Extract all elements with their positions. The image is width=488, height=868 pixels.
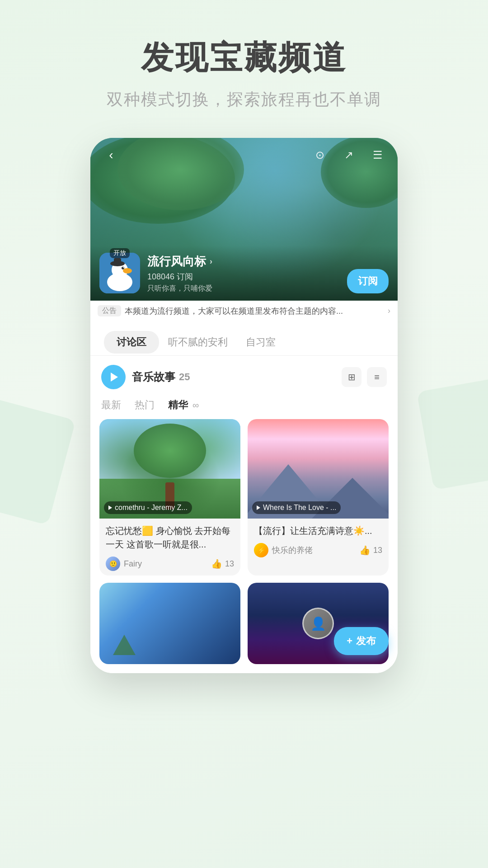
duck-icon bbox=[99, 253, 140, 293]
announcement-text: 本频道为流行频道，大家可以在频道里发布符合主题的内容... bbox=[125, 306, 384, 316]
tab-discussion[interactable]: 讨论区 bbox=[104, 331, 159, 354]
back-button[interactable]: ‹ bbox=[101, 145, 121, 165]
tree-top bbox=[134, 424, 206, 478]
post-card-2[interactable]: Where Is The Love - ... 【流行】让生活充满诗意☀️...… bbox=[248, 419, 389, 576]
section-left: 音乐故事 25 bbox=[101, 365, 190, 389]
song-label-2: Where Is The Love - ... bbox=[252, 501, 341, 514]
page-title: 发现宝藏频道 bbox=[141, 36, 347, 80]
bg-decoration-left bbox=[0, 397, 76, 525]
blue-triangle bbox=[113, 635, 136, 655]
post-likes-1: 👍 13 bbox=[211, 558, 234, 569]
play-button[interactable] bbox=[101, 365, 126, 389]
channel-text: 流行风向标 › 108046 订阅 只听你喜，只哺你爱 bbox=[147, 254, 340, 293]
post-footer-2: ⚡ 快乐的养佬 👍 13 bbox=[254, 543, 382, 557]
filter-tabs: 最新 热门 精华 ∞ bbox=[90, 395, 398, 419]
song-play-icon-1 bbox=[108, 505, 112, 510]
bookmark-icon[interactable]: ⊙ bbox=[311, 146, 329, 164]
like-icon-2: 👍 bbox=[359, 545, 371, 556]
channel-subscribers: 108046 订阅 bbox=[147, 271, 340, 282]
fab-label: 发布 bbox=[356, 634, 376, 648]
song-play-icon-2 bbox=[257, 505, 260, 510]
filter-featured[interactable]: 精华 bbox=[168, 398, 188, 412]
subscribe-button[interactable]: 订阅 bbox=[347, 269, 389, 293]
section-header: 音乐故事 25 ⊞ ≡ bbox=[90, 356, 398, 395]
announcement-bar[interactable]: 公告 本频道为流行频道，大家可以在频道里发布符合主题的内容... › bbox=[90, 301, 398, 321]
bottom-card-1[interactable] bbox=[99, 583, 240, 664]
announcement-arrow: › bbox=[388, 306, 390, 316]
author-avatar-2: ⚡ bbox=[254, 543, 268, 557]
post-card-1[interactable]: comethru - Jeremy Z... 忘记忧愁🟨 身心愉悦 去开始每一天… bbox=[99, 419, 240, 576]
content-area: 讨论区 听不腻的安利 自习室 音乐故事 25 ⊞ ≡ 最新 热门 bbox=[90, 320, 398, 673]
fab-icon: + bbox=[347, 635, 352, 647]
like-icon-1: 👍 bbox=[211, 558, 222, 569]
nav-icons: ⊙ ↗ ☰ bbox=[311, 146, 387, 164]
channel-avatar bbox=[99, 253, 140, 293]
song-label-1: comethru - Jeremy Z... bbox=[104, 501, 192, 514]
filter-infinity-icon: ∞ bbox=[192, 400, 199, 410]
svg-point-4 bbox=[122, 267, 124, 269]
post-likes-2: 👍 13 bbox=[359, 545, 382, 556]
publish-fab-button[interactable]: + 发布 bbox=[334, 627, 389, 655]
posts-grid: comethru - Jeremy Z... 忘记忧愁🟨 身心愉悦 去开始每一天… bbox=[90, 419, 398, 576]
card-avatar-overlay: 👤 bbox=[302, 608, 334, 639]
post-footer-1: 🙂 Fairy 👍 13 bbox=[106, 557, 234, 571]
post-text-2: 【流行】让生活充满诗意☀️... bbox=[254, 524, 382, 538]
post-image-1: comethru - Jeremy Z... bbox=[99, 419, 240, 519]
post-meta-2: 【流行】让生活充满诗意☀️... ⚡ 快乐的养佬 👍 13 bbox=[248, 519, 389, 562]
menu-icon[interactable]: ☰ bbox=[369, 146, 387, 164]
channel-description: 只听你喜，只哺你爱 bbox=[147, 284, 340, 293]
bg-decoration-right bbox=[417, 378, 488, 490]
announcement-tag: 公告 bbox=[98, 305, 121, 316]
post-text-1: 忘记忧愁🟨 身心愉悦 去开始每一天 这首歌一听就是很... bbox=[106, 524, 234, 551]
phone-mockup: ‹ ⊙ ↗ ☰ 开放 bbox=[90, 138, 398, 673]
channel-name-arrow: › bbox=[210, 257, 212, 266]
bottom-grid: 👤 🌙 + 发布 bbox=[90, 583, 398, 664]
svg-rect-7 bbox=[114, 258, 121, 264]
post-meta-1: 忘记忧愁🟨 身心愉悦 去开始每一天 这首歌一听就是很... 🙂 Fairy 👍 … bbox=[99, 519, 240, 576]
channel-background: ‹ ⊙ ↗ ☰ 开放 bbox=[90, 138, 398, 301]
section-title: 音乐故事 25 bbox=[132, 370, 190, 384]
post-author-2: ⚡ 快乐的养佬 bbox=[254, 543, 313, 557]
grid-view-button[interactable]: ⊞ bbox=[342, 367, 361, 387]
filter-button[interactable]: ≡ bbox=[367, 367, 387, 387]
channel-header: ‹ ⊙ ↗ ☰ 开放 bbox=[90, 138, 398, 301]
tab-recommendation[interactable]: 听不腻的安利 bbox=[159, 329, 237, 355]
share-icon[interactable]: ↗ bbox=[340, 146, 358, 164]
svg-point-5 bbox=[123, 267, 124, 268]
tab-study-room[interactable]: 自习室 bbox=[237, 329, 285, 355]
section-count: 25 bbox=[179, 371, 190, 383]
author-avatar-1: 🙂 bbox=[106, 557, 120, 571]
channel-avatar-wrap: 开放 bbox=[99, 253, 140, 293]
svg-point-3 bbox=[123, 268, 132, 274]
tabs-row: 讨论区 听不腻的安利 自习室 bbox=[90, 320, 398, 356]
filter-newest[interactable]: 最新 bbox=[101, 398, 121, 412]
page-subtitle: 双种模式切换，探索旅程再也不单调 bbox=[107, 89, 381, 111]
channel-info: 开放 bbox=[90, 245, 398, 301]
filter-hot[interactable]: 热门 bbox=[135, 398, 155, 412]
channel-name: 流行风向标 › bbox=[147, 254, 340, 269]
post-image-2: Where Is The Love - ... bbox=[248, 419, 389, 519]
section-icons: ⊞ ≡ bbox=[342, 367, 387, 387]
play-icon bbox=[111, 373, 118, 382]
post-author-1: 🙂 Fairy bbox=[106, 557, 142, 571]
open-badge: 开放 bbox=[110, 248, 130, 258]
channel-nav: ‹ ⊙ ↗ ☰ bbox=[90, 145, 398, 165]
